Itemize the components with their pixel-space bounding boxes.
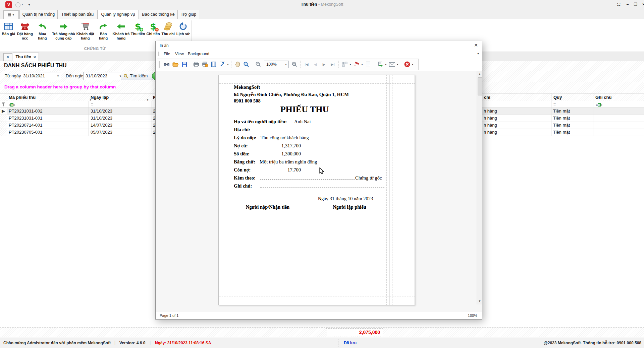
- filter-cell-code[interactable]: aBc: [7, 101, 89, 108]
- thu-tien-button[interactable]: $+ Thu tiền: [130, 20, 146, 37]
- tab-close-icon[interactable]: ✕: [33, 55, 36, 59]
- status-separator: [196, 313, 197, 319]
- from-date-combo[interactable]: 31/10/2021▼: [21, 72, 61, 80]
- close-button[interactable]: ✕: [640, 2, 644, 7]
- filter-cell-fund[interactable]: =: [551, 101, 593, 108]
- column-header-ghi-chu[interactable]: Ghi chú: [593, 93, 644, 101]
- chevron-down-icon[interactable]: ▼: [285, 61, 287, 68]
- tab-thu-tien-document[interactable]: Thu tiền✕: [13, 53, 39, 62]
- cell-code: PT20230714-001: [9, 122, 42, 129]
- hand-tool-icon[interactable]: [233, 60, 242, 68]
- column-header-quy[interactable]: Quỹ: [551, 93, 593, 101]
- zoom-in-icon[interactable]: [290, 60, 299, 68]
- tra-hang-ncc-button[interactable]: Trả hàng nhà cung cấp: [51, 20, 76, 41]
- app-menu-button[interactable]: ▤ ▼: [3, 10, 19, 19]
- column-header-ly-do-thu-chi[interactable]: chi: [482, 93, 551, 101]
- menu-view[interactable]: View: [173, 51, 186, 57]
- khach-tra-hang-button[interactable]: Khách trả hàng: [112, 20, 130, 41]
- column-header-ngay-lap[interactable]: Ngày lập ▼: [89, 93, 152, 101]
- grid-footer: 2,075,000: [0, 327, 644, 337]
- watermark-page-icon[interactable]: [364, 60, 373, 68]
- first-page-icon[interactable]: |◀: [302, 60, 311, 68]
- lich-su-button[interactable]: Lịch sử: [175, 20, 191, 37]
- dotted-line: [260, 188, 384, 188]
- search-button[interactable]: Tìm kiếm: [121, 72, 153, 80]
- cell-date: 31/10/2023: [91, 108, 112, 115]
- bao-gia-button[interactable]: Báo giá: [1, 20, 16, 37]
- in-words-label: Bằng chữ:: [234, 159, 255, 165]
- remaining-value: 17,700: [223, 167, 301, 173]
- minimize-button[interactable]: –: [624, 2, 631, 7]
- scale-icon[interactable]: [218, 60, 227, 68]
- payer-value: Anh Nai: [294, 119, 311, 125]
- menu-overflow-icon[interactable]: ▼: [477, 53, 479, 55]
- dat-hang-ncc-button[interactable]: Đặt hàng ncc: [16, 20, 34, 41]
- chevron-down-icon[interactable]: ▼: [57, 73, 59, 80]
- filter-cell-note[interactable]: aBc: [593, 101, 644, 108]
- old-debt-value: 1,317,700: [223, 143, 301, 149]
- email-dropdown-icon[interactable]: ▼: [396, 63, 399, 66]
- khach-dat-hang-button[interactable]: Khách đặt hàng: [76, 20, 95, 41]
- column-header-ma-phieu-thu[interactable]: Mã phiếu thu ▼: [7, 93, 89, 101]
- cell-code: PT20231031-001: [9, 115, 42, 122]
- scroll-thumb[interactable]: [478, 77, 482, 95]
- restore-button[interactable]: ❐: [632, 2, 639, 7]
- vertical-scrollbar[interactable]: ▲ ▼: [477, 71, 482, 304]
- save-icon[interactable]: [180, 60, 189, 68]
- ban-hang-button[interactable]: Bán hàng: [95, 20, 112, 41]
- to-date-combo[interactable]: 31/10/2023▼: [83, 72, 123, 80]
- tab-thiet-lap-ban-dau[interactable]: Thiết lập ban đầu: [58, 10, 97, 19]
- multi-page-icon[interactable]: [340, 60, 349, 68]
- watermark-pen-dropdown-icon[interactable]: ▼: [361, 63, 363, 66]
- email-icon[interactable]: [388, 60, 396, 68]
- tab-bao-cao-thong-ke[interactable]: Báo cáo thống kê: [139, 10, 178, 19]
- thu-chi-button[interactable]: Thu chi: [161, 20, 176, 37]
- history-icon: [179, 21, 187, 32]
- column-divider: [89, 108, 89, 136]
- tab-quan-ly-nghiep-vu[interactable]: Quản lý nghiệp vụ: [97, 10, 139, 19]
- export-icon[interactable]: [376, 60, 385, 68]
- page-sheet: MekongSoft 64 Nguyễn Đình Chiểu, Phường …: [218, 75, 415, 305]
- column-guide: [389, 75, 390, 305]
- tab-quan-tri-he-thong[interactable]: Quản trị hệ thống: [19, 10, 58, 19]
- watermark-pen-icon[interactable]: [352, 60, 361, 68]
- receipt-address: 64 Nguyễn Đình Chiểu, Phường Đa Kao, Quậ…: [234, 92, 349, 97]
- menu-grip[interactable]: [158, 52, 160, 56]
- last-page-icon[interactable]: ▶|: [328, 60, 337, 68]
- dialog-close-icon[interactable]: ✕: [473, 43, 479, 48]
- page-setup-icon[interactable]: [209, 60, 218, 68]
- magnifier-icon[interactable]: [242, 60, 251, 68]
- tab-tro-giup[interactable]: Trợ giúp: [178, 10, 199, 19]
- print-options-icon[interactable]: [201, 60, 209, 68]
- print-preview-dialog: In ấn ✕ File View Background ▼ ▼: [155, 41, 482, 320]
- cell-date: 31/10/2023: [91, 115, 112, 122]
- scroll-up-icon[interactable]: ▲: [477, 71, 482, 77]
- export-dropdown-icon[interactable]: ▼: [385, 63, 387, 66]
- zoom-combo[interactable]: 100%▼: [264, 61, 289, 68]
- close-preview-dropdown-icon[interactable]: ▼: [412, 63, 414, 66]
- chi-tien-button[interactable]: $− Chi tiền: [146, 20, 161, 37]
- menu-background[interactable]: Background: [186, 51, 211, 57]
- filter-cell-reason[interactable]: [482, 101, 551, 108]
- scroll-down-icon[interactable]: ▼: [477, 298, 482, 304]
- page-indicator: Page 1 of 1: [160, 314, 178, 318]
- date-text: Ngày: 31/10/2023 11:08:16 SA: [155, 341, 211, 345]
- close-all-tabs-button[interactable]: ✕: [3, 53, 12, 61]
- prev-page-icon[interactable]: ◀: [311, 60, 320, 68]
- fullscreen-button[interactable]: ⛶: [615, 2, 623, 7]
- dotted-line: [260, 180, 355, 180]
- multi-page-dropdown-icon[interactable]: ▼: [349, 63, 352, 66]
- coins-icon: [163, 21, 173, 32]
- open-icon[interactable]: [171, 60, 180, 68]
- find-icon[interactable]: [162, 60, 171, 68]
- menu-file[interactable]: File: [162, 51, 172, 57]
- scale-dropdown-icon[interactable]: ▼: [227, 63, 229, 66]
- print-icon[interactable]: [192, 60, 201, 68]
- close-preview-icon[interactable]: [403, 60, 412, 68]
- zoom-out-icon[interactable]: [254, 60, 263, 68]
- next-page-icon[interactable]: ▶: [320, 60, 328, 68]
- filter-cell-date[interactable]: =: [89, 101, 152, 108]
- mouse-cursor: [319, 167, 324, 175]
- cell-code: PT20230705-001: [9, 129, 42, 136]
- mua-hang-button[interactable]: Mua hàng: [34, 20, 51, 41]
